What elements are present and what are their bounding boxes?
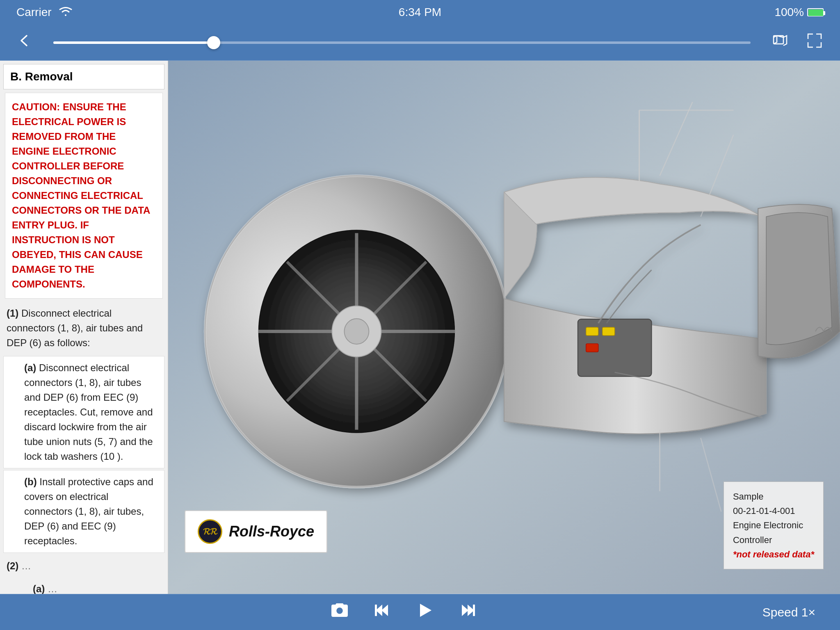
camera-button[interactable] [331,603,349,621]
sample-label: Sample [733,489,814,504]
caution-box: CAUTION: ENSURE THE ELECTRICAL POWER IS … [5,93,163,299]
nav-right [767,27,828,57]
svg-marker-30 [420,604,431,617]
step-2a: (a) … [0,578,168,594]
wifi-icon [58,5,73,20]
speed-control[interactable]: Speed 1× [750,605,815,619]
component-name2: Controller [733,533,814,547]
bottom-toolbar: Speed 1× [0,594,840,630]
battery-icon [807,8,824,16]
back-button[interactable] [12,28,37,57]
left-panel: B. Removal CAUTION: ENSURE THE ELECTRICA… [0,61,168,594]
status-bar: Carrier 6:34 PM 100% [0,0,840,25]
expand-button[interactable] [801,27,828,57]
progress-fill [53,41,214,44]
engine-view: 𝓡𝓡 Rolls-Royce Sample 00-21-01-4-001 Eng… [168,61,840,594]
3d-view-button[interactable] [767,27,793,57]
status-time: 6:34 PM [399,6,441,19]
rr-brand-name: Rolls-Royce [229,523,314,540]
status-right: 100% [774,6,824,19]
svg-rect-18 [586,344,598,352]
not-released-label: *not released data* [733,547,814,562]
caution-text: CAUTION: ENSURE THE ELECTRICAL POWER IS … [12,100,156,292]
doc-number: 00-21-01-4-001 [733,504,814,518]
media-controls [57,601,750,623]
svg-point-26 [338,609,341,612]
step-1: (1) Disconnect electrical connectors (1,… [0,302,168,354]
main-layout: B. Removal CAUTION: ENSURE THE ELECTRICA… [0,61,840,594]
battery-percent: 100% [774,6,804,19]
step-1a: (a) Disconnect electrical connectors (1,… [3,356,164,468]
component-name: Engine Electronic [733,518,814,532]
svg-rect-33 [473,605,475,616]
skip-back-button[interactable] [373,601,391,623]
svg-point-13 [344,319,369,344]
rolls-royce-logo: 𝓡𝓡 Rolls-Royce [185,510,327,553]
status-left: Carrier [16,5,73,20]
svg-rect-17 [603,327,615,336]
progress-thumb [207,36,220,49]
section-b-header: B. Removal [3,64,164,89]
svg-marker-28 [381,605,388,616]
rr-emblem: 𝓡𝓡 [198,519,222,544]
carrier-label: Carrier [16,6,52,19]
step-1b: (b) Install protective caps and covers o… [3,470,164,553]
right-panel[interactable]: 𝓡𝓡 Rolls-Royce Sample 00-21-01-4-001 Eng… [168,61,840,594]
nav-bar [0,25,840,61]
step-2: (2) … [0,555,168,578]
svg-rect-16 [586,327,598,336]
skip-forward-button[interactable] [459,601,477,623]
sample-info-box: Sample 00-21-01-4-001 Engine Electronic … [724,482,824,569]
play-button[interactable] [416,601,434,623]
svg-marker-32 [462,605,468,616]
svg-rect-29 [375,605,377,616]
progress-slider[interactable] [53,41,751,44]
